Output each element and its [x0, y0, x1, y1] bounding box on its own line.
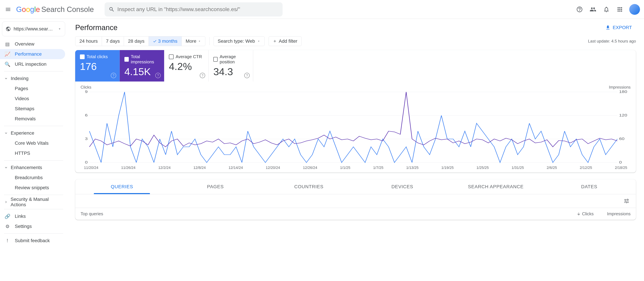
metric-ctr[interactable]: Average CTR 4.2% ?	[164, 50, 209, 82]
metric-position[interactable]: Average position 34.3 ?	[209, 50, 253, 82]
check-icon	[153, 39, 157, 43]
help-icon[interactable]: ?	[200, 73, 205, 78]
sidebar-group-experience[interactable]: Experience	[0, 128, 67, 138]
table-header: Top queries Clicks Impressions	[75, 208, 636, 220]
app-name: Search Console	[41, 5, 94, 14]
svg-text:3: 3	[85, 137, 88, 141]
divider	[4, 233, 63, 234]
sidebar-item-removals[interactable]: Removals	[0, 114, 65, 124]
help-icon[interactable]: ?	[244, 73, 250, 78]
add-filter-button[interactable]: Add filter	[268, 36, 302, 46]
table-tools	[75, 194, 636, 208]
range-3m[interactable]: 3 months	[149, 37, 182, 46]
col-impressions[interactable]: Impressions	[594, 211, 630, 216]
filter-icon	[624, 198, 630, 204]
property-selector[interactable]: https://www.searchconsol...	[2, 22, 65, 36]
sidebar-item-core-web-vitals[interactable]: Core Web Vitals	[0, 138, 65, 148]
checkbox-icon	[214, 57, 218, 62]
hamburger-icon	[5, 7, 11, 13]
range-24h[interactable]: 24 hours	[76, 37, 102, 46]
table-filter-button[interactable]	[622, 197, 630, 205]
feedback-icon: ！	[4, 237, 11, 244]
account-avatar[interactable]	[629, 4, 640, 15]
export-button[interactable]: EXPORT	[601, 23, 636, 32]
col-top-queries[interactable]: Top queries	[80, 211, 560, 216]
sidebar-item-review-snippets[interactable]: Review snippets	[0, 183, 65, 193]
apps-grid-icon	[616, 6, 623, 13]
tab-countries[interactable]: COUNTRIES	[262, 179, 356, 194]
sidebar-group-indexing[interactable]: Indexing	[0, 74, 67, 84]
gear-icon: ⚙	[4, 223, 11, 230]
chevron-down-icon	[4, 131, 8, 135]
app-logo[interactable]: Google Search Console	[16, 5, 94, 14]
checkbox-icon: ✓	[80, 55, 84, 59]
page-header: Performance EXPORT	[75, 23, 636, 32]
sidebar-group-enhancements[interactable]: Enhancements	[0, 162, 67, 173]
date-range-selector: 24 hours 7 days 28 days 3 months More	[75, 36, 205, 46]
tab-queries[interactable]: QUERIES	[75, 179, 169, 194]
metric-clicks[interactable]: ✓Total clicks 176 ?	[75, 50, 120, 82]
metric-position-value: 34.3	[214, 66, 248, 78]
dropdown-icon	[257, 40, 260, 43]
apps-button[interactable]	[616, 5, 624, 14]
property-url: https://www.searchconsol...	[14, 26, 55, 32]
download-icon	[605, 25, 610, 30]
y-axis-right-label: Impressions	[609, 85, 630, 90]
divider	[209, 37, 210, 45]
main-menu-button[interactable]	[4, 5, 12, 14]
dropdown-icon	[58, 27, 62, 31]
svg-text:6: 6	[85, 113, 88, 117]
sidebar-group-security[interactable]: Security & Manual Actions	[0, 197, 67, 207]
dropdown-icon	[198, 40, 201, 43]
sidebar-item-links[interactable]: 🔗Links	[0, 211, 65, 221]
range-more[interactable]: More	[182, 37, 205, 46]
svg-text:60: 60	[619, 137, 624, 141]
chart-area: Clicks Impressions 9180612036000 11/20/2…	[75, 82, 636, 173]
google-logo-text: Google	[16, 5, 40, 14]
y-axis-left-label: Clicks	[80, 85, 91, 90]
tab-search-appearance[interactable]: SEARCH APPEARANCE	[449, 179, 542, 194]
sidebar-item-https[interactable]: HTTPS	[0, 148, 65, 158]
queries-card: QUERIES PAGES COUNTRIES DEVICES SEARCH A…	[75, 179, 636, 220]
sort-desc-icon	[577, 212, 581, 216]
trending-icon: 📈	[4, 51, 11, 58]
chevron-down-icon	[4, 77, 8, 81]
sidebar-item-videos[interactable]: Videos	[0, 94, 65, 104]
tab-dates[interactable]: DATES	[542, 179, 636, 194]
app-header: Google Search Console	[0, 0, 644, 19]
sidebar-item-pages[interactable]: Pages	[0, 84, 65, 94]
sidebar-item-sitemaps[interactable]: Sitemaps	[0, 104, 65, 114]
users-button[interactable]	[589, 5, 597, 14]
sidebar-item-overview[interactable]: ▤Overview	[0, 39, 65, 49]
people-icon	[590, 6, 596, 13]
search-box[interactable]	[104, 2, 282, 17]
range-7d[interactable]: 7 days	[102, 37, 124, 46]
search-icon	[108, 7, 115, 13]
divider	[4, 195, 63, 195]
chevron-right-icon	[4, 200, 8, 204]
sidebar-item-feedback[interactable]: ！Submit feedback	[0, 236, 65, 246]
sidebar-item-settings[interactable]: ⚙Settings	[0, 221, 65, 231]
performance-chart[interactable]: 9180612036000	[80, 90, 630, 164]
metric-impressions[interactable]: ✓Total impressions 4.15K ?	[120, 50, 164, 82]
sidebar-item-url-inspection[interactable]: 🔍URL inspection	[0, 59, 65, 69]
metric-tiles: ✓Total clicks 176 ? ✓Total impressions 4…	[75, 50, 636, 82]
search-input[interactable]	[117, 6, 278, 13]
col-clicks[interactable]: Clicks	[560, 211, 594, 216]
sidebar-item-breadcrumbs[interactable]: Breadcrumbs	[0, 173, 65, 183]
range-28d[interactable]: 28 days	[124, 37, 148, 46]
data-tabs: QUERIES PAGES COUNTRIES DEVICES SEARCH A…	[75, 179, 636, 194]
help-icon[interactable]: ?	[111, 73, 116, 78]
help-icon[interactable]: ?	[155, 73, 161, 78]
search-type-filter[interactable]: Search type: Web	[214, 36, 264, 46]
globe-icon	[6, 26, 11, 32]
sidebar-item-performance[interactable]: 📈Performance	[0, 49, 65, 59]
notifications-button[interactable]	[602, 5, 610, 14]
performance-chart-card: ✓Total clicks 176 ? ✓Total impressions 4…	[75, 50, 636, 173]
main-content: Performance EXPORT 24 hours 7 days 28 da…	[67, 19, 644, 281]
tab-pages[interactable]: PAGES	[169, 179, 262, 194]
sidebar: https://www.searchconsol... ▤Overview 📈P…	[0, 19, 67, 281]
tab-devices[interactable]: DEVICES	[356, 179, 449, 194]
help-button[interactable]	[576, 5, 584, 14]
url-inspect-search	[104, 2, 282, 17]
